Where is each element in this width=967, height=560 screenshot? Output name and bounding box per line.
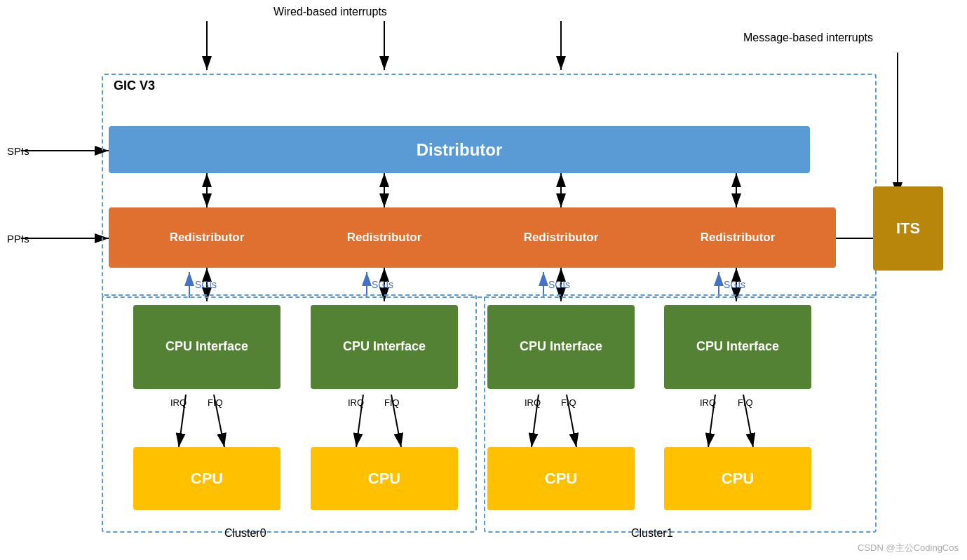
fiq-label-1: FIQ: [208, 397, 223, 408]
redistributor-box-1: Redistributor: [109, 207, 305, 268]
cpu-box-4: CPU: [664, 447, 811, 510]
cpu-interface-box-3: CPU Interface: [487, 305, 635, 389]
irq-label-3: IRQ: [525, 397, 541, 408]
gic-v3-label: GIC V3: [114, 78, 155, 93]
cluster1-label: Cluster1: [631, 527, 673, 540]
distributor-box: Distributor: [109, 126, 810, 173]
its-box: ITS: [873, 186, 943, 271]
fiq-label-3: FIQ: [561, 397, 576, 408]
cpu-box-3: CPU: [487, 447, 635, 510]
fiq-label-4: FIQ: [738, 397, 753, 408]
cluster0-label: Cluster0: [224, 527, 266, 540]
irq-label-2: IRQ: [348, 397, 364, 408]
sgis-label-4: SGIs: [724, 279, 745, 290]
sgis-label-1: SGIs: [195, 279, 217, 290]
irq-label-4: IRQ: [700, 397, 716, 408]
fiq-label-2: FIQ: [384, 397, 400, 408]
sgis-label-3: SGIs: [548, 279, 570, 290]
irq-label-1: IRQ: [170, 397, 187, 408]
watermark: CSDN @主公CodingCos: [858, 542, 959, 554]
cpu-box-2: CPU: [311, 447, 458, 510]
sgis-label-2: SGIs: [372, 279, 393, 290]
diagram-container: GIC V3 Wired-based interrupts Message-ba…: [0, 0, 967, 560]
spis-label: SPIs: [7, 145, 29, 157]
redistributor-box-2: Redistributor: [286, 207, 482, 268]
redistributor-box-4: Redistributor: [640, 207, 836, 268]
cpu-interface-box-2: CPU Interface: [311, 305, 458, 389]
cpu-interface-box-4: CPU Interface: [664, 305, 811, 389]
ppis-label: PPIs: [7, 233, 29, 245]
cpu-interface-box-1: CPU Interface: [133, 305, 280, 389]
wired-interrupts-label: Wired-based interrupts: [273, 6, 387, 18]
message-interrupts-label: Message-based interrupts: [743, 32, 873, 44]
cpu-box-1: CPU: [133, 447, 280, 510]
redistributor-box-3: Redistributor: [463, 207, 659, 268]
